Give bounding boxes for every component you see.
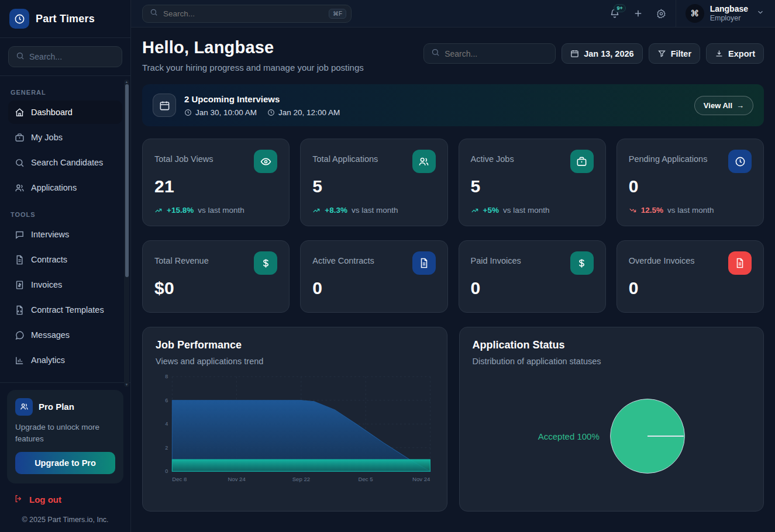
svg-text:4: 4 xyxy=(165,421,168,427)
sidebar-item-analytics[interactable]: Analytics xyxy=(8,348,122,372)
clock-icon xyxy=(728,150,752,173)
sidebar-item-my-jobs[interactable]: My Jobs xyxy=(8,126,122,149)
svg-text:0: 0 xyxy=(165,468,168,474)
chart-subtitle: Distribution of application statuses xyxy=(473,357,751,366)
trend-text: vs last month xyxy=(352,206,398,215)
stat-label: Active Contracts xyxy=(312,251,374,265)
stat-value: 21 xyxy=(154,177,277,196)
sidebar-item-label: My Jobs xyxy=(31,133,63,142)
view-all-button[interactable]: View All → xyxy=(694,96,753,115)
svg-text:6: 6 xyxy=(165,398,168,403)
scroll-up-icon[interactable]: ▲ xyxy=(124,80,129,84)
sidebar-scrollbar[interactable]: ▲ ▼ xyxy=(124,80,129,387)
trend-percent: +8.3% xyxy=(325,206,347,215)
dollar-icon xyxy=(570,251,594,275)
stat-label: Total Revenue xyxy=(154,251,209,265)
svg-text:Nov 24: Nov 24 xyxy=(228,475,246,482)
page-title: Hello, Langbase xyxy=(142,38,364,57)
user-role: Employer xyxy=(710,14,748,23)
sidebar-item-invoices[interactable]: Invoices xyxy=(8,273,122,296)
stat-value: 0 xyxy=(471,278,594,298)
sidebar-item-applications[interactable]: Applications xyxy=(8,176,122,199)
clock-icon xyxy=(267,109,275,116)
stat-label: Total Job Views xyxy=(154,150,213,164)
banner-title: 2 Upcoming Interviews xyxy=(184,94,340,104)
filter-icon xyxy=(657,49,666,58)
gear-icon xyxy=(656,9,666,19)
topbar-search-input[interactable] xyxy=(163,9,323,18)
sidebar-item-label: Search Candidates xyxy=(31,158,103,167)
sidebar-search-input[interactable] xyxy=(29,52,115,61)
topbar-search[interactable]: ⌘F xyxy=(142,5,352,23)
sidebar-item-label: Messages xyxy=(31,330,70,340)
trend-percent: 12.5% xyxy=(641,206,663,215)
sidebar-item-label: Applications xyxy=(31,183,77,192)
svg-text:8: 8 xyxy=(165,374,168,379)
file-text-icon xyxy=(15,255,25,265)
stat-card-paid-invoices: Paid Invoices 0 xyxy=(459,240,606,313)
stat-value: $0 xyxy=(154,278,277,298)
trend-percent: +5% xyxy=(483,206,499,215)
add-button[interactable] xyxy=(633,8,643,19)
pro-plan-card: Pro Plan Upgrade to unlock more features… xyxy=(7,390,123,484)
trend-up-icon xyxy=(312,206,321,215)
dashboard-search-input[interactable] xyxy=(445,49,548,58)
download-icon xyxy=(715,49,724,58)
notifications-button[interactable]: 9+ xyxy=(609,8,620,19)
brand: Part Timers xyxy=(0,0,130,38)
users-icon xyxy=(15,398,33,416)
logout-label: Log out xyxy=(29,495,61,505)
sidebar-item-search-candidates[interactable]: Search Candidates xyxy=(8,151,122,174)
stat-label: Overdue Invoices xyxy=(629,251,695,265)
sidebar-item-contract-templates[interactable]: Contract Templates xyxy=(8,298,122,322)
area-chart: 02468Dec 8Nov 24Sep 22Dec 5Nov 24 xyxy=(156,372,434,492)
briefcase-icon xyxy=(570,150,594,173)
clock-icon xyxy=(184,109,192,116)
pie-chart: Accepted 100% xyxy=(473,372,751,500)
date-label: Jan 13, 2026 xyxy=(584,49,633,58)
sidebar-item-label: Contract Templates xyxy=(31,305,104,315)
filter-button[interactable]: Filter xyxy=(649,43,700,64)
sidebar-item-contracts[interactable]: Contracts xyxy=(8,248,122,271)
stat-value: 5 xyxy=(312,177,435,196)
trend-text: vs last month xyxy=(503,206,550,215)
pro-plan-title: Pro Plan xyxy=(39,402,74,412)
trend-up-icon xyxy=(154,206,163,215)
dashboard-search[interactable] xyxy=(423,43,556,64)
bar-chart-icon xyxy=(15,355,25,365)
file-template-icon xyxy=(15,305,25,315)
svg-text:Dec 8: Dec 8 xyxy=(172,475,187,482)
export-button[interactable]: Export xyxy=(706,43,764,64)
scroll-down-icon[interactable]: ▼ xyxy=(124,383,129,386)
trend-up-icon xyxy=(471,206,479,215)
stat-value: 0 xyxy=(312,278,435,298)
calendar-icon xyxy=(570,49,579,58)
page-subtitle: Track your hiring progress and manage yo… xyxy=(142,63,364,72)
sidebar: Part Timers GENERAL Dashboard My Jobs Se… xyxy=(0,0,131,532)
section-label-tools: TOOLS xyxy=(11,211,120,218)
user-menu[interactable]: ⌘ Langbase Employer xyxy=(676,0,775,27)
upgrade-to-pro-button[interactable]: Upgrade to Pro xyxy=(15,452,115,474)
filter-label: Filter xyxy=(671,49,691,58)
trend-text: vs last month xyxy=(198,206,244,215)
logout-button[interactable]: Log out xyxy=(0,483,130,509)
search-icon xyxy=(150,8,158,19)
user-name: Langbase xyxy=(710,4,748,15)
date-picker-button[interactable]: Jan 13, 2026 xyxy=(562,43,642,64)
sidebar-item-messages[interactable]: Messages xyxy=(8,323,122,347)
svg-text:Sep 22: Sep 22 xyxy=(292,475,310,482)
stat-label: Total Applications xyxy=(312,150,378,164)
upcoming-interviews-banner: 2 Upcoming Interviews Jan 30, 10:00 AM J… xyxy=(142,84,764,126)
app: Part Timers GENERAL Dashboard My Jobs Se… xyxy=(0,0,775,532)
sidebar-search[interactable] xyxy=(8,46,122,67)
arrow-right-icon: → xyxy=(736,101,744,110)
sidebar-scrollbar-thumb[interactable] xyxy=(125,84,129,277)
brand-name: Part Timers xyxy=(36,13,95,25)
chart-title: Job Performance xyxy=(156,339,434,351)
chart-subtitle: Views and applications trend xyxy=(156,357,434,366)
sidebar-item-dashboard[interactable]: Dashboard xyxy=(8,101,122,124)
settings-button[interactable] xyxy=(656,9,666,19)
stat-label: Active Jobs xyxy=(471,150,514,164)
sidebar-item-interviews[interactable]: Interviews xyxy=(8,223,122,246)
application-status-card: Application Status Distribution of appli… xyxy=(459,327,764,512)
